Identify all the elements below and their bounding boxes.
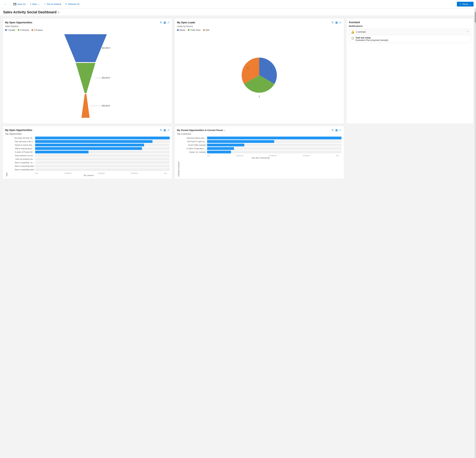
bar-row: Adventure Works (sam... bbox=[180, 137, 342, 139]
page-title-bar: Sales Activity Social Dashboard ∨ bbox=[0, 8, 476, 16]
bar-track bbox=[35, 137, 170, 139]
bar-track bbox=[35, 158, 170, 160]
share-chevron-icon: ⌄ bbox=[469, 3, 471, 5]
set-as-default-button[interactable]: ✓ Set As Default bbox=[42, 2, 63, 6]
bar-track bbox=[35, 140, 170, 143]
bar-row: City Power & Light (sa... bbox=[180, 140, 342, 143]
legend-blank: (blank) bbox=[177, 29, 186, 31]
page-title-chevron-icon[interactable]: ∨ bbox=[58, 11, 59, 14]
bar-label: Will be ordering about ... bbox=[8, 148, 34, 150]
legend-blank-dot bbox=[177, 29, 179, 31]
reminder-item: 📋 Task due today Evaluation Plan propose… bbox=[349, 35, 471, 43]
bar-fill bbox=[35, 147, 142, 150]
x-axis-closed: 0.00 25,000.00 50,000.00 75,000.00 100..… bbox=[180, 155, 342, 157]
bar-track bbox=[207, 137, 342, 139]
pie-chart-container: 1 1 1 bbox=[177, 33, 342, 121]
bar-label: Litware, Inc. (sample) bbox=[180, 151, 206, 153]
bar-label: Likes our products (sa... bbox=[8, 158, 34, 160]
legend-propose-label: 3-Propose bbox=[34, 29, 43, 31]
bar-track bbox=[35, 165, 170, 167]
share-icon: ⇧ bbox=[459, 3, 461, 5]
my-open-opps-header: My Open Opportunities ↻ ▦ ⤢ bbox=[5, 21, 170, 24]
back-button[interactable]: ← bbox=[2, 2, 8, 7]
legend-qualify: 1-Qualify bbox=[5, 29, 15, 31]
bar-track bbox=[207, 140, 342, 143]
assistant-header: Assistant bbox=[349, 21, 471, 24]
bar-row: 6 orders of Product SK... bbox=[8, 151, 170, 153]
refresh-leads-icon[interactable]: ↻ bbox=[332, 21, 334, 24]
bar-label: A. Datum Corporation (... bbox=[180, 148, 206, 150]
bar-track bbox=[35, 168, 170, 171]
bar-row: They sell many of the s... bbox=[8, 140, 170, 143]
set-as-default-label: Set As Default bbox=[47, 3, 61, 5]
bars-closed: Adventure Works (sam...City Power & Ligh… bbox=[180, 137, 342, 154]
bar-track bbox=[207, 151, 342, 153]
refresh-all-button[interactable]: ↻ Refresh All bbox=[64, 2, 81, 6]
funnel-svg: $25,000.00 $55,000.00 $36,000.00 bbox=[61, 34, 110, 119]
expand-icon[interactable]: ⤢ bbox=[167, 21, 170, 24]
bar-label: Fourth Coffee (sample) bbox=[180, 144, 206, 146]
bar-track bbox=[35, 154, 170, 157]
legend-qualify-dot bbox=[5, 29, 7, 31]
refresh-closed-icon[interactable]: ↻ bbox=[332, 128, 334, 132]
bar-fill bbox=[207, 137, 342, 139]
my-closed-opps-subtitle: Top Customers bbox=[177, 133, 342, 135]
x-axis-title-closed: Sum (Est. revenue) ($) bbox=[180, 157, 342, 159]
refresh-all-label: Refresh All bbox=[68, 3, 79, 5]
bar-label: They sell many of the s... bbox=[8, 141, 34, 142]
bar-label: Store is expanding opty3 bbox=[8, 169, 34, 171]
legend-tradeshow-dot bbox=[188, 29, 189, 31]
expand-leads-icon[interactable]: ⤢ bbox=[339, 21, 341, 24]
table-view-icon[interactable]: ▦ bbox=[163, 21, 166, 24]
funnel-propose bbox=[82, 94, 90, 118]
my-open-leads-header: My Open Leads ↻ ▦ ⤢ bbox=[177, 21, 342, 24]
back-icon: ← bbox=[4, 3, 7, 6]
bar-track bbox=[35, 147, 170, 150]
toolbar: ← 💾 Save As + New ⌄ ✓ Set As Default ↻ R… bbox=[0, 0, 476, 8]
scrollbar-thumb[interactable] bbox=[475, 12, 476, 23]
bars-opps-bottom: Very likely will order 18 ...They sell m… bbox=[8, 137, 170, 172]
legend-web-label: Web bbox=[205, 29, 209, 31]
bar-track bbox=[35, 144, 170, 146]
pie-label-3: 1 bbox=[259, 95, 260, 98]
reminder-header[interactable]: 🔔 1 reminder ⌃ bbox=[349, 29, 471, 35]
y-axis-title-opps: Topic bbox=[5, 137, 8, 176]
table-leads-icon[interactable]: ▦ bbox=[335, 21, 338, 24]
bar-row: Needs to restock their ... bbox=[8, 144, 170, 146]
reminder-count: 1 reminder bbox=[356, 31, 366, 33]
bar-track bbox=[35, 151, 170, 153]
expand-opps-bottom-icon[interactable]: ⤢ bbox=[167, 128, 170, 132]
legend-develop-label: 2-Develop bbox=[20, 29, 29, 31]
my-open-opps-bottom-header: My Open Opportunities ↻ ▦ ⤢ bbox=[5, 128, 170, 132]
table-opps-bottom-icon[interactable]: ▦ bbox=[163, 128, 166, 132]
save-icon: 💾 bbox=[13, 3, 16, 6]
bar-row: Some interest in our pr... bbox=[8, 154, 170, 157]
check-icon: ✓ bbox=[44, 3, 46, 5]
refresh-opps-bottom-icon[interactable]: ↻ bbox=[160, 128, 162, 132]
bar-row: Store is expanding opty2 bbox=[8, 165, 170, 167]
funnel-label-propose: $36,000.00 bbox=[102, 105, 110, 107]
bar-row: Store is expanding opty3 bbox=[8, 168, 170, 171]
refresh-card-icon[interactable]: ↻ bbox=[160, 21, 162, 24]
share-button[interactable]: ⇧ Share ⌄ bbox=[457, 2, 474, 7]
x-axis-opps: 0.00 10,000.00 20,000.00 30,000.00 40,..… bbox=[8, 172, 170, 174]
bar-label: 6 orders of Product SK... bbox=[8, 151, 34, 153]
my-open-leads-actions: ↻ ▦ ⤢ bbox=[332, 21, 341, 24]
bar-label: Very likely will order 18 ... bbox=[8, 137, 34, 139]
bar-fill bbox=[35, 137, 170, 139]
bar-fill bbox=[207, 140, 274, 143]
my-closed-opps-actions: ↻ ▦ ⤢ bbox=[332, 128, 341, 132]
pie-svg: 1 1 1 bbox=[233, 52, 286, 101]
table-closed-icon[interactable]: ▦ bbox=[335, 128, 338, 132]
bar-label: Some interest in our pr... bbox=[8, 155, 34, 157]
new-label: New bbox=[32, 3, 37, 5]
save-as-label: Save As bbox=[17, 3, 26, 5]
new-button[interactable]: + New ⌄ bbox=[28, 2, 42, 7]
bar-row: Fourth Coffee (sample) bbox=[180, 144, 342, 146]
save-as-button[interactable]: 💾 Save As bbox=[12, 2, 27, 7]
reminder-section: 🔔 1 reminder ⌃ 📋 Task due today Evaluati… bbox=[349, 29, 471, 43]
expand-closed-icon[interactable]: ⤢ bbox=[339, 128, 341, 132]
bar-row: Likes our products (sa... bbox=[8, 158, 170, 160]
bar-chart-closed-container: Potential Customer Adventure Works (sam.… bbox=[177, 137, 342, 176]
scrollbar[interactable] bbox=[475, 8, 476, 182]
